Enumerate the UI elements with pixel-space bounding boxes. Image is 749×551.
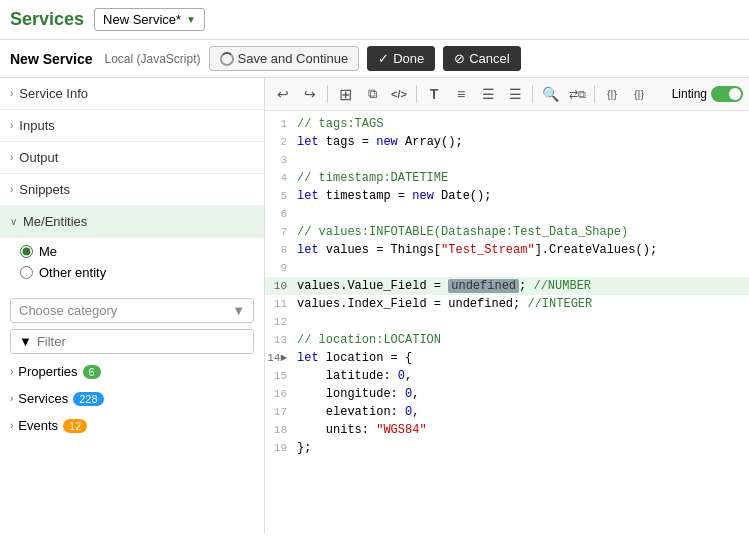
radio-me[interactable] [20, 245, 33, 258]
toolbar-separator [594, 85, 595, 103]
line-number: 17 [265, 403, 297, 421]
new-service-dropdown[interactable]: New Service* ▼ [94, 8, 205, 31]
code-content[interactable]: 1 // tags:TAGS 2 let tags = new Array();… [265, 111, 749, 534]
second-bar: New Service Local (JavaScript) Save and … [0, 40, 749, 78]
sidebar-item-inputs[interactable]: › Inputs [0, 110, 264, 142]
tree-item-label: Properties [18, 364, 77, 379]
radio-other-entity[interactable] [20, 266, 33, 279]
code-tag-button[interactable]: </> [387, 82, 411, 106]
entity-radio-group: Me Other entity [0, 238, 264, 292]
code-line-7: 7 // values:INFOTABLE(Datashape:Test_Dat… [265, 223, 749, 241]
undo-button[interactable]: ↩ [271, 82, 295, 106]
code-line-14: 14► let location = { [265, 349, 749, 367]
code-line-3: 3 [265, 151, 749, 169]
line-number: 2 [265, 133, 297, 151]
chevron-right-icon: › [10, 184, 13, 195]
filter-row[interactable]: ▼ [10, 329, 254, 354]
cancel-button[interactable]: ⊘ Cancel [443, 46, 520, 71]
sidebar-item-output[interactable]: › Output [0, 142, 264, 174]
line-content: // location:LOCATION [297, 331, 749, 349]
line-content: elevation: 0, [297, 403, 749, 421]
chevron-right-icon: › [10, 152, 13, 163]
search-button[interactable]: 🔍 [538, 82, 562, 106]
line-number: 6 [265, 205, 297, 223]
code-line-5: 5 let timestamp = new Date(); [265, 187, 749, 205]
save-continue-button[interactable]: Save and Continue [209, 46, 360, 71]
chevron-down-icon: ▼ [186, 14, 196, 25]
code-line-15: 15 latitude: 0, [265, 367, 749, 385]
line-content: }; [297, 439, 749, 457]
cancel-icon: ⊘ [454, 51, 465, 66]
service-type-label: Local (JavaScript) [105, 52, 201, 66]
code-editor: ↩ ↪ ⊞ ⧉ </> T ≡ ☰ ☰ 🔍 ⇄⧉ {|} {|} Linting [265, 78, 749, 534]
line-number: 9 [265, 259, 297, 277]
line-number: 18 [265, 421, 297, 439]
code-line-4: 4 // timestamp:DATETIME [265, 169, 749, 187]
line-number: 12 [265, 313, 297, 331]
properties-badge: 6 [83, 365, 101, 379]
line-content [297, 313, 749, 331]
line-number: 4 [265, 169, 297, 187]
code-line-12: 12 [265, 313, 749, 331]
code-line-17: 17 elevation: 0, [265, 403, 749, 421]
line-number: 14► [265, 349, 297, 367]
line-number: 1 [265, 115, 297, 133]
filter-input[interactable] [37, 334, 245, 349]
linting-label: Linting [672, 87, 707, 101]
sidebar-item-label: Output [19, 150, 58, 165]
code-line-6: 6 [265, 205, 749, 223]
app-title: Services [10, 9, 84, 30]
insert-snippet-button[interactable]: ⊞ [333, 82, 357, 106]
line-content: units: "WGS84" [297, 421, 749, 439]
line-number: 15 [265, 367, 297, 385]
category-dropdown[interactable]: Choose category ▼ [10, 298, 254, 323]
line-number: 16 [265, 385, 297, 403]
toolbar-separator [416, 85, 417, 103]
chevron-right-icon: › [10, 366, 13, 377]
radio-other-entity-label[interactable]: Other entity [39, 265, 106, 280]
line-number: 10 [265, 277, 297, 295]
tree-item-properties[interactable]: › Properties 6 [0, 358, 264, 385]
replace-button[interactable]: ⇄⧉ [565, 82, 589, 106]
dropdown-label: New Service* [103, 12, 181, 27]
spinner-icon [220, 52, 234, 66]
line-content [297, 205, 749, 223]
radio-row-other-entity: Other entity [20, 265, 244, 280]
chevron-right-icon: › [10, 420, 13, 431]
text-button[interactable]: T [422, 82, 446, 106]
service-name-label: New Service [10, 51, 93, 67]
radio-me-label[interactable]: Me [39, 244, 57, 259]
tree-item-events[interactable]: › Events 12 [0, 412, 264, 439]
code-line-10: 10 values.Value_Field = undefined; //NUM… [265, 277, 749, 295]
wrap-left-button[interactable]: {|} [600, 82, 624, 106]
check-icon: ✓ [378, 51, 389, 66]
line-content: let timestamp = new Date(); [297, 187, 749, 205]
sidebar-item-snippets[interactable]: › Snippets [0, 174, 264, 206]
line-content: longitude: 0, [297, 385, 749, 403]
chevron-right-icon: › [10, 88, 13, 99]
main-area: › Service Info › Inputs › Output › Snipp… [0, 78, 749, 534]
line-number: 11 [265, 295, 297, 313]
sidebar-item-me-entities[interactable]: ∨ Me/Entities [0, 206, 264, 238]
line-content: let values = Things["Test_Stream"].Creat… [297, 241, 749, 259]
align-right-button[interactable]: ☰ [503, 82, 527, 106]
chevron-right-icon: › [10, 393, 13, 404]
sidebar-item-service-info[interactable]: › Service Info [0, 78, 264, 110]
radio-row-me: Me [20, 244, 244, 259]
tree-item-services[interactable]: › Services 228 [0, 385, 264, 412]
format-button[interactable]: ⧉ [360, 82, 384, 106]
code-line-18: 18 units: "WGS84" [265, 421, 749, 439]
redo-button[interactable]: ↪ [298, 82, 322, 106]
code-line-19: 19 }; [265, 439, 749, 457]
line-content: values.Index_Field = undefined; //INTEGE… [297, 295, 749, 313]
code-line-9: 9 [265, 259, 749, 277]
code-line-13: 13 // location:LOCATION [265, 331, 749, 349]
line-number: 7 [265, 223, 297, 241]
linting-toggle[interactable] [711, 86, 743, 102]
done-button[interactable]: ✓ Done [367, 46, 435, 71]
align-left-button[interactable]: ≡ [449, 82, 473, 106]
line-content [297, 151, 749, 169]
align-center-button[interactable]: ☰ [476, 82, 500, 106]
wrap-right-button[interactable]: {|} [627, 82, 651, 106]
line-number: 5 [265, 187, 297, 205]
